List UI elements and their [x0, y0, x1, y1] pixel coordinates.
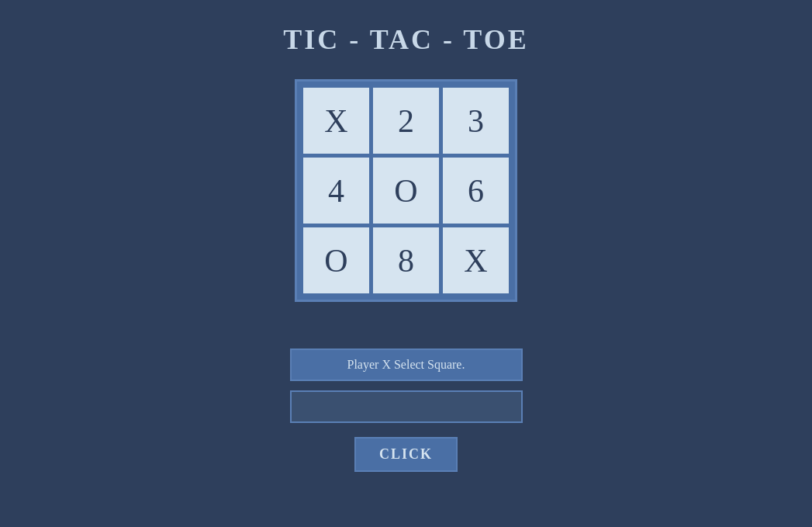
cell-4[interactable]: 4	[303, 158, 369, 224]
cell-7[interactable]: O	[303, 227, 369, 293]
cell-5[interactable]: O	[373, 158, 439, 224]
cell-9[interactable]: X	[443, 227, 509, 293]
cell-1[interactable]: X	[303, 88, 369, 154]
page-title: TIC - TAC - TOE	[283, 23, 528, 56]
status-bar: Player X Select Square.	[290, 348, 523, 381]
controls-area: Player X Select Square. CLICK	[290, 348, 523, 472]
cell-6[interactable]: 6	[443, 158, 509, 224]
click-button[interactable]: CLICK	[354, 437, 458, 472]
cell-8[interactable]: 8	[373, 227, 439, 293]
cell-2[interactable]: 2	[373, 88, 439, 154]
cell-3[interactable]: 3	[443, 88, 509, 154]
game-board: X234O6O8X	[295, 79, 517, 302]
square-input[interactable]	[290, 390, 523, 423]
